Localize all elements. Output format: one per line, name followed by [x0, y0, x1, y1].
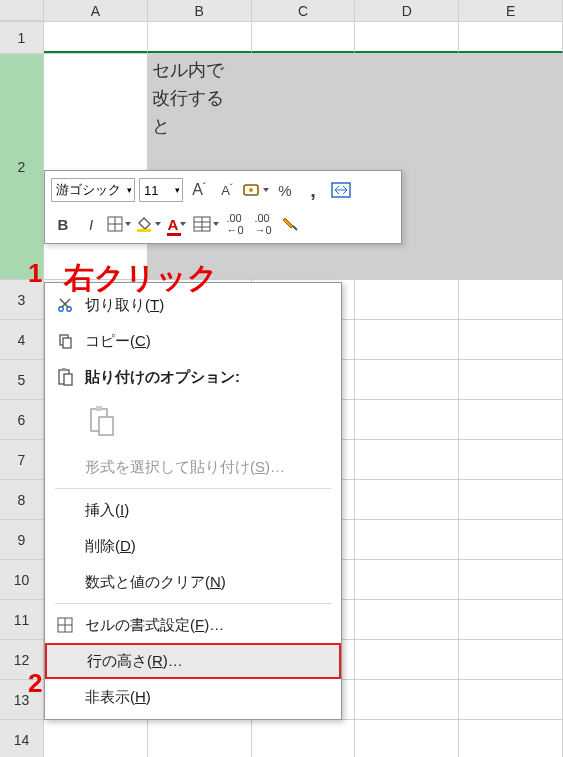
menu-hide-label: 非表示(H) [85, 688, 151, 707]
font-name-value: 游ゴシック [56, 181, 121, 199]
comma-style-button[interactable]: , [301, 178, 325, 202]
increase-font-button[interactable]: Aˆ [187, 178, 211, 202]
cell[interactable] [355, 680, 459, 719]
cell[interactable] [355, 640, 459, 679]
annotation-text-1: 右クリック [64, 258, 218, 299]
svg-rect-6 [137, 229, 151, 232]
increase-decimal-button[interactable]: .00←0 [223, 212, 247, 236]
row-header-1[interactable]: 1 [0, 22, 44, 53]
borders-button[interactable] [107, 212, 131, 236]
cell[interactable] [355, 440, 459, 479]
font-color-button[interactable]: A [165, 212, 189, 236]
row-header-8[interactable]: 8 [0, 480, 44, 519]
decrease-font-button[interactable]: Aˇ [215, 178, 239, 202]
cell[interactable] [252, 720, 356, 757]
row-header-4[interactable]: 4 [0, 320, 44, 359]
svg-rect-19 [64, 374, 72, 385]
menu-insert-label: 挿入(I) [85, 501, 129, 520]
cell-d1[interactable] [355, 22, 459, 53]
cell-a2[interactable] [44, 54, 148, 279]
menu-hide[interactable]: 非表示(H) [45, 679, 341, 715]
row-header-11[interactable]: 11 [0, 600, 44, 639]
cell[interactable] [355, 320, 459, 359]
cell[interactable] [355, 280, 459, 319]
currency-icon [243, 182, 261, 198]
col-header-a[interactable]: A [44, 0, 148, 21]
font-size-value: 11 [144, 183, 158, 198]
cell-d2[interactable] [355, 54, 459, 279]
cell[interactable] [355, 720, 459, 757]
cell[interactable] [459, 280, 563, 319]
italic-button[interactable]: I [79, 212, 103, 236]
cell-c2[interactable] [252, 54, 356, 279]
svg-point-1 [249, 188, 253, 192]
select-all-corner[interactable] [0, 0, 44, 21]
svg-rect-16 [63, 338, 71, 348]
col-header-d[interactable]: D [355, 0, 459, 21]
cell[interactable] [355, 400, 459, 439]
format-painter-button[interactable] [279, 212, 303, 236]
context-menu: 切り取り(T) コピー(C) 貼り付けのオプション: 形式を選択して貼り付け(S… [44, 282, 342, 720]
cell[interactable] [355, 360, 459, 399]
conditional-format-button[interactable] [193, 212, 219, 236]
accounting-format-button[interactable] [243, 178, 269, 202]
cell-a1[interactable] [44, 22, 148, 53]
cell-b1[interactable] [148, 22, 252, 53]
percent-button[interactable]: % [273, 178, 297, 202]
cell[interactable] [355, 560, 459, 599]
cell[interactable] [148, 720, 252, 757]
paste-default-button[interactable] [89, 410, 117, 434]
row-header-14[interactable]: 14 [0, 720, 44, 757]
svg-rect-22 [99, 417, 113, 435]
merge-center-button[interactable] [329, 178, 353, 202]
cell[interactable] [459, 400, 563, 439]
cell-b2[interactable]: セル内で 改行する と [148, 54, 252, 279]
menu-copy-label: コピー(C) [85, 332, 151, 351]
cell[interactable] [459, 640, 563, 679]
cell[interactable] [44, 720, 148, 757]
border-icon [107, 216, 123, 232]
fill-color-button[interactable] [135, 212, 161, 236]
cell-e1[interactable] [459, 22, 563, 53]
cell[interactable] [355, 480, 459, 519]
cell[interactable] [459, 720, 563, 757]
row-header-10[interactable]: 10 [0, 560, 44, 599]
menu-row-height[interactable]: 行の高さ(R)… [45, 643, 341, 679]
col-header-b[interactable]: B [148, 0, 252, 21]
menu-insert[interactable]: 挿入(I) [45, 492, 341, 528]
cell[interactable] [355, 520, 459, 559]
menu-delete[interactable]: 削除(D) [45, 528, 341, 564]
cell[interactable] [459, 680, 563, 719]
menu-clear[interactable]: 数式と値のクリア(N) [45, 564, 341, 600]
bold-button[interactable]: B [51, 212, 75, 236]
chevron-down-icon: ▾ [127, 185, 132, 195]
cell[interactable] [459, 320, 563, 359]
font-name-combo[interactable]: 游ゴシック ▾ [51, 178, 135, 202]
row-header-5[interactable]: 5 [0, 360, 44, 399]
paste-option-row [45, 395, 341, 449]
row-header-9[interactable]: 9 [0, 520, 44, 559]
row-header-6[interactable]: 6 [0, 400, 44, 439]
menu-copy[interactable]: コピー(C) [45, 323, 341, 359]
col-header-c[interactable]: C [252, 0, 356, 21]
decrease-decimal-button[interactable]: .00→0 [251, 212, 275, 236]
row-header-2[interactable]: 2 [0, 54, 44, 279]
cell-c1[interactable] [252, 22, 356, 53]
cell-e2[interactable] [459, 54, 563, 279]
row-header-7[interactable]: 7 [0, 440, 44, 479]
cell[interactable] [459, 600, 563, 639]
col-header-e[interactable]: E [459, 0, 563, 21]
column-headers-row: A B C D E [0, 0, 563, 22]
menu-format-cells[interactable]: セルの書式設定(F)… [45, 607, 341, 643]
mini-toolbar: 游ゴシック ▾ 11 ▾ Aˆ Aˇ % , B I A [44, 170, 402, 244]
cell[interactable] [459, 520, 563, 559]
table-icon [193, 216, 211, 232]
cell[interactable] [459, 440, 563, 479]
chevron-down-icon: ▾ [175, 185, 180, 195]
cell[interactable] [355, 600, 459, 639]
cell[interactable] [459, 360, 563, 399]
cell[interactable] [459, 480, 563, 519]
svg-point-11 [59, 307, 63, 311]
cell[interactable] [459, 560, 563, 599]
font-size-combo[interactable]: 11 ▾ [139, 178, 183, 202]
